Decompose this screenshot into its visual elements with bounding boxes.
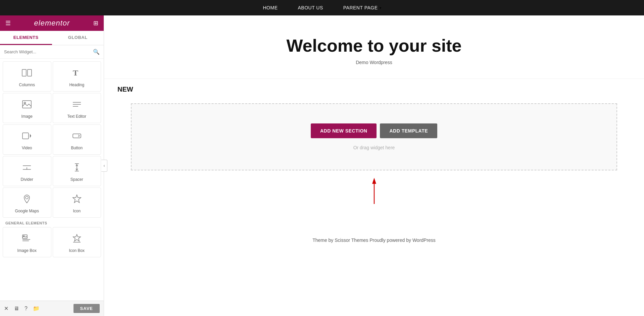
widget-google-maps[interactable]: Google Maps xyxy=(3,188,51,218)
general-elements-label: GENERAL ELEMENTS xyxy=(3,218,101,227)
elementor-logo: elementor xyxy=(34,19,70,28)
widget-columns[interactable]: Columns xyxy=(3,61,51,92)
image-icon xyxy=(21,99,32,111)
widget-icon[interactable]: Icon xyxy=(53,188,101,218)
widget-heading[interactable]: T Heading xyxy=(53,61,101,92)
new-section: NEW xyxy=(104,78,644,100)
sidebar-header: ☰ elementor ⊞ xyxy=(0,15,104,31)
sidebar: ☰ elementor ⊞ ELEMENTS GLOBAL 🔍 Columns xyxy=(0,15,104,316)
widget-button[interactable]: Button xyxy=(53,124,101,155)
sidebar-tabs: ELEMENTS GLOBAL xyxy=(0,31,104,45)
widget-video[interactable]: Video xyxy=(3,124,51,155)
divider-icon xyxy=(21,162,32,174)
responsive-icon[interactable]: 🖥 xyxy=(14,306,19,312)
google-maps-icon xyxy=(21,194,32,206)
svg-rect-1 xyxy=(28,69,32,76)
widget-spacer[interactable]: Spacer xyxy=(53,156,101,186)
nav-parent-page[interactable]: PARENT PAGE ▾ xyxy=(343,5,381,10)
search-input[interactable] xyxy=(4,49,93,54)
sidebar-collapse-handle[interactable]: ‹ xyxy=(101,160,107,172)
welcome-subtitle: Demo Wordpress xyxy=(111,60,637,65)
widget-text-editor-label: Text Editor xyxy=(67,114,86,119)
widget-divider[interactable]: Divider xyxy=(3,156,51,186)
widget-image-box[interactable]: Image Box xyxy=(3,227,51,257)
help-icon[interactable]: ? xyxy=(24,306,28,312)
svg-marker-26 xyxy=(372,178,376,184)
sidebar-bottom-bar: ✕ 🖥 ? 📁 SAVE xyxy=(0,301,104,316)
hamburger-icon[interactable]: ☰ xyxy=(5,19,11,27)
icon-widget-icon xyxy=(71,194,82,206)
tab-global[interactable]: GLOBAL xyxy=(52,31,104,45)
close-icon[interactable]: ✕ xyxy=(4,305,8,312)
svg-text:T: T xyxy=(73,68,78,77)
grid-icon[interactable]: ⊞ xyxy=(93,19,98,27)
icon-box-icon xyxy=(71,233,82,246)
widget-icon-label: Icon xyxy=(73,209,81,213)
spacer-icon xyxy=(71,162,82,174)
nav-about-us[interactable]: ABOUT US xyxy=(298,5,323,10)
columns-icon xyxy=(21,67,32,80)
widgets-grid: Columns T Heading Image xyxy=(3,61,101,218)
add-section-area: ADD NEW SECTION ADD TEMPLATE Or drag wid… xyxy=(131,103,617,170)
widget-heading-label: Heading xyxy=(69,83,84,87)
save-button[interactable]: SAVE xyxy=(73,304,100,313)
widget-image[interactable]: Image xyxy=(3,93,51,123)
widgets-container: Columns T Heading Image xyxy=(0,59,104,301)
nav-home[interactable]: HOME xyxy=(263,5,278,10)
folder-icon[interactable]: 📁 xyxy=(33,305,40,312)
red-arrow-annotation xyxy=(371,177,378,204)
search-icon: 🔍 xyxy=(93,49,100,55)
chevron-down-icon: ▾ xyxy=(380,6,381,10)
widget-image-box-label: Image Box xyxy=(17,248,37,253)
svg-point-17 xyxy=(26,196,28,199)
general-widgets-grid: Image Box Icon Box xyxy=(3,227,101,257)
page-canvas: Welcome to your site Demo Wordpress NEW … xyxy=(104,15,644,316)
drag-hint-text: Or drag widget here xyxy=(353,145,395,150)
add-template-button[interactable]: ADD TEMPLATE xyxy=(380,123,437,138)
heading-icon: T xyxy=(71,67,82,80)
welcome-section: Welcome to your site Demo Wordpress xyxy=(104,15,644,78)
video-icon xyxy=(21,130,32,143)
widget-button-label: Button xyxy=(71,146,83,150)
footer-text: Theme by Scissor Themes Proudly powered … xyxy=(312,238,436,243)
svg-rect-8 xyxy=(22,133,29,139)
image-box-icon xyxy=(21,233,32,246)
widget-icon-box-label: Icon Box xyxy=(69,248,85,253)
add-section-buttons: ADD NEW SECTION ADD TEMPLATE xyxy=(311,123,437,138)
text-editor-icon xyxy=(71,99,82,111)
widget-divider-label: Divider xyxy=(21,177,33,182)
widget-video-label: Video xyxy=(22,146,32,150)
widget-image-label: Image xyxy=(21,114,33,119)
content-area: Welcome to your site Demo Wordpress NEW … xyxy=(104,15,644,316)
svg-rect-0 xyxy=(22,69,26,76)
widget-google-maps-label: Google Maps xyxy=(15,209,39,213)
collapse-arrow-icon: ‹ xyxy=(104,163,105,168)
svg-rect-3 xyxy=(22,101,31,108)
svg-marker-18 xyxy=(73,195,81,203)
add-new-section-button[interactable]: ADD NEW SECTION xyxy=(311,123,377,138)
widget-columns-label: Columns xyxy=(19,83,35,87)
widget-text-editor[interactable]: Text Editor xyxy=(53,93,101,123)
button-icon xyxy=(71,130,82,143)
new-label: NEW xyxy=(117,86,133,93)
top-navigation: HOME ABOUT US PARENT PAGE ▾ xyxy=(0,0,644,15)
svg-marker-23 xyxy=(73,234,81,241)
page-footer: Theme by Scissor Themes Proudly powered … xyxy=(104,224,644,256)
tab-elements[interactable]: ELEMENTS xyxy=(0,31,52,45)
welcome-title: Welcome to your site xyxy=(111,36,637,56)
nav-parent-page-label[interactable]: PARENT PAGE xyxy=(343,5,378,10)
widget-search-bar[interactable]: 🔍 xyxy=(0,45,104,59)
svg-marker-9 xyxy=(30,134,31,138)
widget-spacer-label: Spacer xyxy=(70,177,83,182)
widget-icon-box[interactable]: Icon Box xyxy=(53,227,101,257)
bottom-icons: ✕ 🖥 ? 📁 xyxy=(4,305,40,312)
